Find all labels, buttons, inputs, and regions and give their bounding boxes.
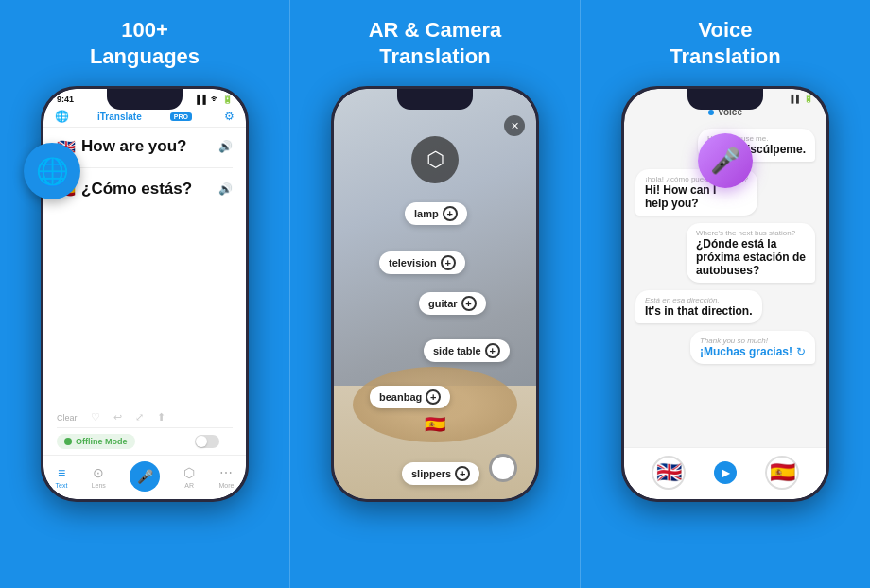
mic-icon: 🎤 (137, 469, 153, 484)
lang-divider (57, 167, 233, 168)
text-en: How are you? (81, 137, 213, 156)
slippers-text: slippers (411, 468, 451, 479)
mic-button[interactable]: 🎤 (130, 461, 160, 492)
lens-nav-label: Lens (92, 482, 106, 489)
ar-mode-button[interactable]: ⬡ (411, 136, 459, 183)
television-plus[interactable]: + (441, 255, 456, 270)
close-button[interactable]: ✕ (504, 115, 525, 136)
toggle-knob (196, 436, 207, 447)
label-slippers[interactable]: slippers + (402, 462, 479, 485)
panel-ar: AR & CameraTranslation ✕ ⬡ (289, 0, 581, 588)
msg-3: Where's the next bus station? ¿Dónde est… (687, 223, 815, 283)
p3-signal: ▌▌ 🔋 (791, 95, 813, 103)
beanbag-plus[interactable]: + (426, 389, 441, 405)
flag-es-btn[interactable]: 🇪🇸 (765, 456, 799, 490)
status-time: 9:41 (57, 95, 74, 104)
mic-overlay[interactable]: 🎤 (698, 133, 753, 188)
undo-icon[interactable]: ↩ (113, 411, 122, 424)
label-sidetable[interactable]: side table + (424, 339, 510, 362)
text-nav-label: Text (56, 482, 68, 489)
settings-icon[interactable]: ⚙ (224, 110, 235, 123)
arrow-icon: ▶ (722, 466, 730, 479)
offline-dot (64, 438, 72, 445)
expand-icon[interactable]: ⤢ (135, 411, 144, 424)
panel3-title: VoiceTranslation (670, 17, 780, 69)
heart-icon[interactable]: ♡ (91, 411, 100, 424)
flag-es: 🇪🇸 (770, 460, 795, 485)
label-television[interactable]: television + (379, 251, 465, 274)
sidetable-plus[interactable]: + (485, 343, 500, 358)
bubble-5: Thank you so much! ¡Muchas gracias! ↻ (690, 331, 815, 364)
offline-row: Offline Mode (44, 428, 246, 455)
voice-dot (708, 110, 714, 115)
offline-toggle[interactable] (195, 435, 219, 448)
phone1-notch (107, 89, 183, 110)
label-guitar[interactable]: guitar + (419, 292, 486, 315)
nav-more[interactable]: ⋯ More (218, 465, 234, 489)
flag-en-btn[interactable]: 🇬🇧 (652, 456, 686, 490)
panel2-title: AR & CameraTranslation (369, 17, 502, 69)
nav-lens[interactable]: ⊙ Lens (92, 465, 106, 489)
msg4-small: Está en esa dirección. (645, 296, 753, 304)
beanbag-text: beanbag (379, 391, 422, 403)
en-row: 🇬🇧 How are you? 🔊 (57, 137, 233, 156)
app-name: iTranslate (97, 112, 142, 122)
es-row: 🇪🇸 ¿Cómo estás? 🔊 (57, 180, 233, 199)
msg5-big: ¡Muchas gracias! (700, 345, 792, 358)
swap-arrow-btn[interactable]: ▶ (714, 461, 737, 484)
more-nav-label: More (218, 482, 234, 489)
nav-ar[interactable]: ⬡ AR (183, 465, 195, 489)
cube-icon: ⬡ (426, 147, 444, 172)
lamp-plus[interactable]: + (443, 206, 458, 221)
lens-nav-icon: ⊙ (93, 465, 104, 480)
msg5-small: Thank you so much! (700, 337, 806, 345)
camera-button[interactable] (489, 454, 517, 482)
label-lamp[interactable]: lamp + (405, 202, 467, 225)
refresh-icon: ↻ (796, 345, 806, 358)
pro-badge: PRO (170, 112, 192, 121)
label-beanbag[interactable]: beanbag + (370, 386, 450, 408)
ar-nav-icon: ⬡ (183, 465, 195, 480)
msg-5: Thank you so much! ¡Muchas gracias! ↻ (690, 331, 815, 364)
text-es: ¿Cómo estás? (81, 180, 213, 199)
offline-label: Offline Mode (76, 437, 128, 446)
msg2-big: Hi! How can Ihelp you? (645, 183, 748, 210)
sound-en-icon[interactable]: 🔊 (218, 140, 233, 153)
app-icon: 🌐 (55, 110, 69, 123)
bubble-3: Where's the next bus station? ¿Dónde est… (687, 223, 815, 283)
lamp-text: lamp (414, 208, 439, 219)
television-text: television (389, 257, 437, 268)
guitar-text: guitar (428, 298, 458, 309)
phone1: 9:41 ▌▌ ᯤ 🔋 🌐 iTranslate PRO ⚙ 🇬🇧 How ar… (41, 86, 249, 502)
globe-icon: 🌐 (24, 143, 80, 199)
msg3-small: Where's the next bus station? (696, 229, 806, 237)
panel1-title: 100+Languages (90, 17, 200, 69)
es-flag-badge: 🇪🇸 (425, 414, 445, 435)
status-icons: ▌▌ ᯤ 🔋 (197, 95, 233, 104)
phone1-screen: 9:41 ▌▌ ᯤ 🔋 🌐 iTranslate PRO ⚙ 🇬🇧 How ar… (44, 89, 246, 499)
clear-btn[interactable]: Clear (57, 413, 78, 423)
guitar-plus[interactable]: + (461, 296, 477, 311)
bottom-nav: ≡ Text ⊙ Lens 🎤 ⬡ AR ⋯ (44, 455, 246, 499)
bubble-4: Está en esa dirección. It's in that dire… (635, 290, 762, 323)
panel-voice: VoiceTranslation 🎤 ▌▌ 🔋 Voice (581, 0, 870, 588)
ar-nav-label: AR (184, 482, 194, 489)
offline-badge: Offline Mode (57, 434, 135, 449)
action-bar: Clear ♡ ↩ ⤢ ⬆ (44, 407, 246, 427)
bottom-flags: 🇬🇧 ▶ 🇪🇸 (624, 447, 826, 499)
slippers-plus[interactable]: + (455, 466, 470, 481)
sound-es-icon[interactable]: 🔊 (218, 182, 233, 196)
nav-text[interactable]: ≡ Text (56, 465, 68, 489)
mic-overlay-icon: 🎤 (710, 147, 740, 176)
phone3-notch (687, 89, 763, 110)
flag-en: 🇬🇧 (656, 460, 682, 485)
phone2-screen: ✕ ⬡ lamp + television + guitar + (334, 89, 536, 499)
share-icon[interactable]: ⬆ (157, 411, 165, 424)
msg4-big: It's in that direction. (645, 304, 753, 318)
msg-4: Está en esa dirección. It's in that dire… (635, 290, 762, 323)
more-nav-icon: ⋯ (219, 465, 233, 480)
text-nav-icon: ≡ (58, 465, 65, 480)
close-icon: ✕ (511, 120, 519, 132)
sidetable-text: side table (433, 345, 481, 356)
panel-languages: 100+Languages 🌐 9:41 ▌▌ ᯤ 🔋 🌐 iTranslate… (0, 0, 289, 588)
